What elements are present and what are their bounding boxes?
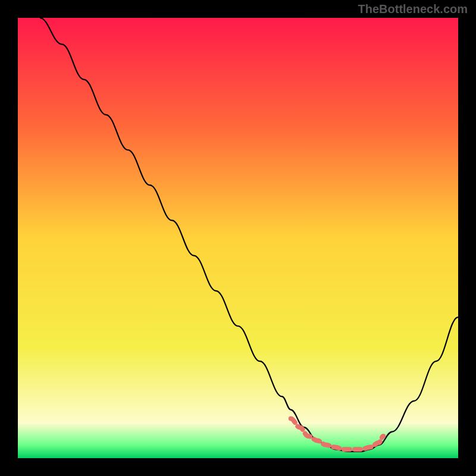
gradient-background [18,18,458,458]
chart-container [18,18,458,458]
chart-svg [18,18,458,458]
watermark-text: TheBottleneck.com [358,2,468,16]
